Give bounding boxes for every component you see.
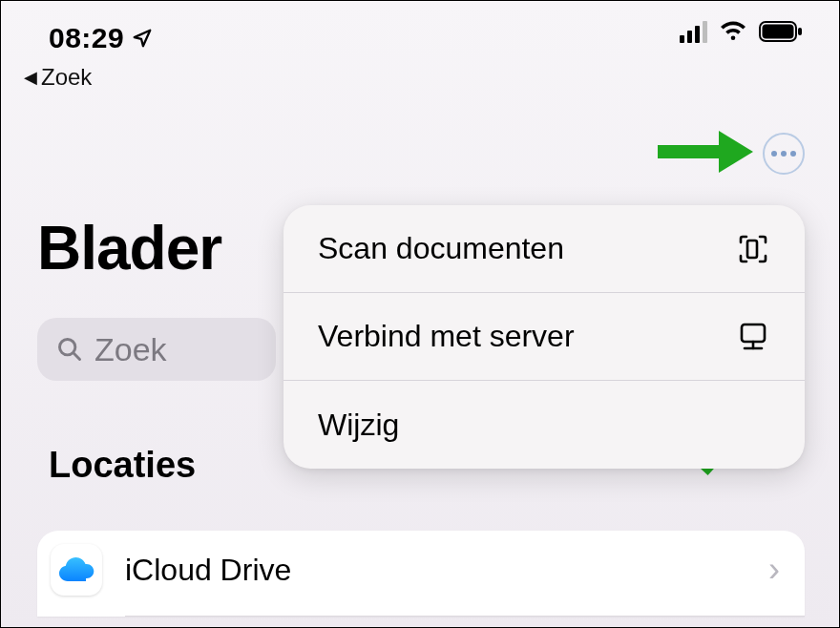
search-placeholder: Zoek	[94, 331, 167, 368]
search-input[interactable]: Zoek	[37, 318, 276, 381]
server-icon	[736, 320, 770, 354]
page-title: Blader	[37, 213, 221, 283]
breadcrumb-label: Zoek	[41, 64, 92, 91]
ellipsis-icon	[769, 151, 798, 157]
icloud-icon	[51, 544, 102, 596]
clock-time: 08:29	[49, 22, 124, 54]
battery-icon	[759, 20, 803, 43]
list-item-icloud[interactable]: iCloud Drive ›	[37, 531, 805, 609]
list-item-label: iCloud Drive	[125, 553, 768, 588]
blank-icon	[736, 408, 770, 442]
locations-header[interactable]: Locaties	[49, 445, 196, 486]
status-time: 08:29	[49, 22, 153, 54]
more-options-button[interactable]	[763, 133, 805, 175]
menu-item-scan-documents[interactable]: Scan documenten	[284, 205, 805, 293]
status-bar: 08:29	[1, 1, 839, 58]
menu-item-label: Scan documenten	[318, 231, 564, 266]
svg-line-8	[74, 353, 79, 359]
wifi-icon	[719, 20, 747, 43]
annotation-arrow-icon	[658, 123, 753, 180]
cellular-signal-icon	[680, 21, 707, 43]
svg-rect-1	[763, 25, 794, 39]
svg-rect-9	[742, 324, 765, 342]
context-menu: Scan documenten Verbind met server Wijzi…	[284, 205, 805, 469]
search-icon	[56, 336, 83, 363]
svg-marker-4	[719, 131, 753, 173]
menu-item-label: Wijzig	[318, 408, 399, 443]
menu-item-label: Verbind met server	[318, 319, 575, 354]
scan-document-icon	[736, 232, 770, 266]
back-triangle-icon: ◀	[24, 67, 37, 88]
list-separator	[125, 616, 805, 617]
menu-item-edit[interactable]: Wijzig	[284, 381, 805, 469]
svg-rect-2	[798, 28, 802, 35]
status-right	[680, 20, 803, 43]
location-arrow-icon	[132, 28, 153, 49]
locations-list: iCloud Drive ›	[37, 531, 805, 617]
menu-item-connect-server[interactable]: Verbind met server	[284, 293, 805, 381]
breadcrumb-back[interactable]: ◀ Zoek	[24, 64, 92, 91]
chevron-right-icon: ›	[768, 550, 780, 590]
